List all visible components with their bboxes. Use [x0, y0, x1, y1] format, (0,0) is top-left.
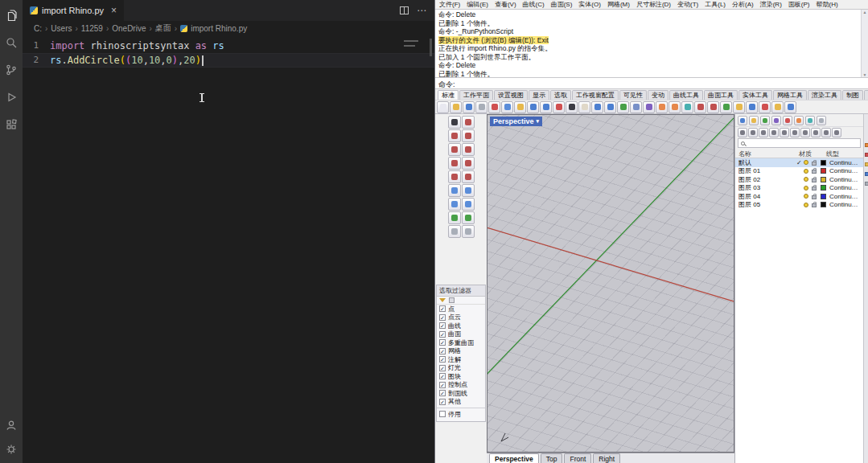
undo-icon[interactable] — [527, 101, 539, 113]
more-actions-icon[interactable]: ⋯ — [417, 5, 426, 16]
named-views-icon[interactable] — [630, 101, 642, 113]
toolbar-tab[interactable]: 标准 — [438, 90, 459, 100]
layer-manager-icon[interactable] — [771, 101, 784, 113]
extensions-icon[interactable] — [4, 117, 19, 132]
point-cloud-icon[interactable] — [462, 129, 475, 142]
checkbox[interactable]: ✓ — [439, 339, 446, 346]
filter-item[interactable]: ✓控制点 — [437, 381, 485, 390]
breadcrumb-item[interactable]: Users — [51, 24, 72, 33]
toolbar-tab[interactable]: 新增 — [864, 90, 868, 100]
layer-color-swatch[interactable] — [821, 185, 826, 191]
filter-item[interactable]: ✓灯光 — [437, 364, 485, 373]
scroll-up-icon[interactable]: ▲ — [863, 10, 867, 14]
toolbar-tab[interactable]: 制图 — [842, 90, 863, 100]
help-icon[interactable] — [784, 101, 796, 113]
explorer-icon[interactable] — [4, 8, 19, 23]
layer-color-swatch[interactable] — [821, 160, 826, 166]
hide-object-icon[interactable] — [448, 225, 461, 238]
toolbar-tab[interactable]: 显示 — [529, 90, 549, 100]
tab-import-rhino[interactable]: import Rhino.py × — [23, 0, 124, 21]
editor-scrollbar[interactable] — [430, 39, 432, 56]
properties-tab-icon[interactable] — [738, 116, 747, 125]
menu-item[interactable]: 工具(L) — [705, 0, 726, 9]
menu-item[interactable]: 查看(V) — [495, 0, 516, 9]
toolbar-tab[interactable]: 曲面工具 — [704, 90, 738, 100]
layer-visibility-bulb-icon[interactable] — [804, 169, 808, 174]
materials-tab-icon[interactable] — [771, 116, 781, 125]
filter-funnel-icon[interactable] — [439, 298, 446, 302]
column-header-linetype[interactable]: 线型 — [826, 150, 860, 158]
filter-item[interactable]: ✓点云 — [437, 313, 485, 322]
polygon-icon[interactable] — [462, 170, 475, 183]
filter-item[interactable]: ✓剖面线 — [437, 389, 485, 398]
extrude-icon[interactable] — [448, 198, 461, 211]
layer-visibility-bulb-icon[interactable] — [804, 194, 808, 199]
lasso-select-icon[interactable] — [462, 116, 475, 129]
menu-item[interactable]: 渲染(R) — [760, 0, 782, 9]
breadcrumb-item[interactable]: 11259 — [81, 24, 103, 33]
filter-item[interactable]: ✓图块 — [437, 372, 485, 381]
toolbar-tab[interactable]: 可见性 — [619, 90, 647, 100]
curve-icon[interactable] — [462, 143, 475, 156]
toolbar-tab[interactable]: 网格工具 — [773, 90, 807, 100]
layer-row[interactable]: 图层 05Continuous — [735, 201, 863, 210]
menu-item[interactable]: 网格(M) — [607, 0, 630, 9]
menu-item[interactable]: 尺寸标注(D) — [636, 0, 671, 9]
move-layer-up-icon[interactable] — [769, 128, 779, 137]
run-debug-icon[interactable] — [4, 90, 19, 104]
code-line[interactable]: 1import rhinoscriptsyntax as rs — [23, 39, 434, 53]
layer-lock-icon[interactable] — [812, 162, 817, 166]
layers-tab-icon[interactable] — [749, 116, 759, 125]
redo-icon[interactable] — [540, 101, 552, 113]
command-history-scrollbar[interactable]: ▲▼ — [861, 10, 868, 77]
viewport-perspective[interactable]: Perspective ▾ — [487, 114, 734, 453]
print-icon[interactable] — [475, 101, 487, 113]
toolbar-tab[interactable]: 渲染工具 — [808, 90, 841, 100]
move-layer-down-icon[interactable] — [780, 128, 789, 137]
docked-panel-tab-5-icon[interactable] — [865, 182, 868, 186]
split-editor-icon[interactable] — [400, 6, 409, 14]
viewport-menu-arrow-icon[interactable]: ▾ — [537, 117, 540, 126]
layer-row[interactable]: 图层 02Continuous — [735, 175, 863, 184]
lock-object-icon[interactable] — [462, 225, 475, 238]
breadcrumb-item[interactable]: import Rhino.py — [191, 24, 247, 33]
layer-row[interactable]: 图层 03Continuous — [735, 184, 863, 193]
filter-layers-icon[interactable] — [811, 128, 821, 137]
filter-item[interactable]: ✓曲线 — [437, 322, 485, 330]
new-layer-icon[interactable] — [738, 128, 747, 137]
toolbar-tab[interactable]: 工作视窗配置 — [572, 90, 619, 100]
docked-panel-tab-2-icon[interactable] — [865, 153, 868, 157]
toolbar-tab[interactable]: 选取 — [550, 90, 571, 100]
scale-icon[interactable] — [668, 101, 681, 113]
checkbox[interactable]: ✓ — [439, 356, 446, 363]
filter-item[interactable]: ✓多重曲面 — [437, 338, 485, 347]
surface-icon[interactable] — [448, 184, 461, 197]
libraries-tab-icon[interactable] — [805, 116, 815, 125]
minimap[interactable] — [404, 40, 425, 50]
select-points-icon[interactable] — [566, 101, 578, 113]
tab-close-icon[interactable]: × — [111, 5, 117, 16]
toolbar-tab[interactable]: 实体工具 — [738, 90, 772, 100]
toolbar-tab[interactable]: 变动 — [648, 90, 668, 100]
account-icon[interactable] — [4, 418, 19, 432]
breadcrumb-item[interactable]: OneDrive — [112, 24, 146, 33]
breadcrumb-item[interactable]: C: — [34, 24, 42, 33]
viewport-tab[interactable]: Perspective — [489, 453, 539, 463]
explode-icon[interactable] — [733, 101, 745, 113]
mirror-icon[interactable] — [681, 101, 693, 113]
copy-clipboard-icon[interactable] — [501, 101, 513, 113]
arc-icon[interactable] — [462, 157, 475, 170]
layer-color-swatch[interactable] — [821, 194, 826, 199]
layer-search-input[interactable] — [738, 138, 861, 148]
checkbox[interactable]: ✓ — [439, 365, 446, 371]
menu-item[interactable]: 文件(F) — [439, 0, 460, 9]
column-header-name[interactable]: 名称 — [738, 150, 799, 158]
fillet-icon[interactable] — [448, 211, 461, 224]
menu-item[interactable]: 面板(P) — [788, 0, 810, 9]
rendering-tab-icon[interactable] — [783, 116, 792, 125]
menu-item[interactable]: 帮助(H) — [816, 0, 837, 9]
menu-item[interactable]: 变动(T) — [677, 0, 698, 9]
cut-icon[interactable] — [488, 101, 500, 113]
filter-item[interactable]: ✓其他 — [437, 398, 485, 407]
menu-item[interactable]: 实体(O) — [578, 0, 601, 9]
